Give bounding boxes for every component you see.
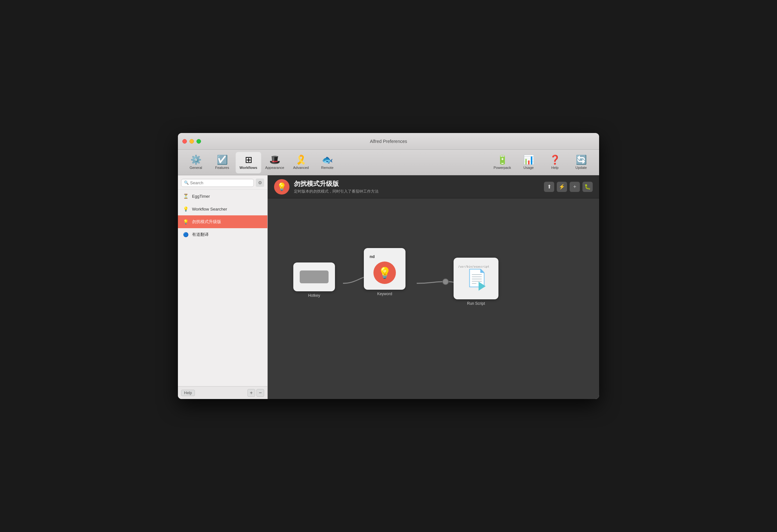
search-input[interactable] [190, 180, 251, 185]
workflows-label: Workflows [239, 166, 257, 169]
add-button[interactable]: ＋ [570, 182, 580, 192]
toolbar-item-appearance[interactable]: 🎩 Appearance [262, 152, 288, 173]
window-title: Alfred Preferences [370, 139, 407, 144]
remote-icon: 🐟 [322, 155, 333, 164]
workflow-item-searcher[interactable]: 💡 Workflow Searcher [178, 203, 267, 215]
general-icon: ⚙️ [190, 155, 202, 164]
appearance-icon: 🎩 [269, 155, 281, 164]
script-path-label: /usr/bin/osascript [457, 265, 489, 268]
export-button[interactable]: ⬆ [544, 182, 554, 192]
youdao-name: 有道翻译 [192, 232, 209, 238]
features-label: Features [215, 166, 229, 169]
connections-svg [268, 198, 599, 399]
traffic-lights [183, 139, 201, 144]
help-label: Help [551, 166, 559, 169]
settings-gear-button[interactable]: ⚙ [256, 178, 264, 187]
canvas-header-icon: 💡 [274, 179, 290, 194]
canvas-area: 💡 勿扰模式升级版 定时版本的勿扰模式，同时引入了番茄钟工作方法 ⬆ ⚡ ＋ 🐛 [268, 175, 599, 399]
powerpack-icon: 🔋 [497, 155, 508, 164]
keyword-icon-circle: 💡 [373, 262, 396, 284]
update-icon: 🔄 [576, 155, 587, 164]
toolbar-item-general[interactable]: ⚙️ General [183, 152, 209, 173]
focus-icon: 💡 [182, 218, 190, 226]
searcher-name: Workflow Searcher [192, 207, 227, 212]
workflow-canvas[interactable]: Hotkey nd 💡 Keyword /usr/bin/osascript [268, 198, 599, 399]
toolbar-item-update[interactable]: 🔄 Update [568, 152, 594, 173]
workflows-icon: ⊞ [245, 155, 252, 164]
workflow-item-eggtimer[interactable]: ⏳ EggTimer [178, 190, 267, 203]
focus-name: 勿扰模式升级版 [192, 219, 221, 225]
canvas-header-actions: ⬆ ⚡ ＋ 🐛 [544, 182, 593, 192]
canvas-header-info: 勿扰模式升级版 定时版本的勿扰模式，同时引入了番茄钟工作方法 [294, 179, 540, 194]
add-workflow-button[interactable]: + [247, 389, 255, 397]
search-icon: 🔍 [184, 180, 189, 185]
hotkey-key-display [300, 270, 329, 283]
usage-label: Usage [524, 166, 534, 169]
debug-button[interactable]: ⚡ [557, 182, 567, 192]
hotkey-node-box [293, 262, 335, 291]
search-bar: 🔍 ⚙ [178, 175, 267, 190]
powerpack-label: Powerpack [493, 166, 511, 169]
script-icon-wrapper: 📄 [466, 270, 485, 292]
script-node[interactable]: /usr/bin/osascript 📄 Run Script [454, 258, 498, 306]
workflow-item-youdao[interactable]: 🔵 有道翻译 [178, 228, 267, 241]
help-button[interactable]: Help [181, 390, 195, 396]
keyword-node-label: Keyword [377, 292, 393, 296]
appearance-label: Appearance [265, 166, 284, 169]
features-icon: ☑️ [217, 155, 228, 164]
canvas-header: 💡 勿扰模式升级版 定时版本的勿扰模式，同时引入了番茄钟工作方法 ⬆ ⚡ ＋ 🐛 [268, 175, 599, 198]
toolbar-item-usage[interactable]: 📊 Usage [516, 152, 541, 173]
toolbar-right: 🔋 Powerpack 📊 Usage ❓ Help 🔄 Update [489, 152, 594, 173]
keyword-node-top-label: nd [367, 254, 375, 259]
script-node-box: /usr/bin/osascript 📄 [454, 258, 498, 299]
canvas-subtitle: 定时版本的勿扰模式，同时引入了番茄钟工作方法 [294, 189, 540, 194]
advanced-label: Advanced [293, 166, 309, 169]
general-label: General [190, 166, 202, 169]
remove-workflow-button[interactable]: − [256, 389, 264, 397]
canvas-title: 勿扰模式升级版 [294, 179, 540, 188]
script-node-label: Run Script [467, 301, 485, 306]
toolbar-item-features[interactable]: ☑️ Features [209, 152, 235, 173]
toolbar-item-remote[interactable]: 🐟 Remote [315, 152, 340, 173]
main-content: 🔍 ⚙ ⏳ EggTimer 💡 Workflow Searcher 💡 勿扰模… [178, 175, 599, 399]
toolbar: ⚙️ General ☑️ Features ⊞ Workflows 🎩 App… [178, 150, 599, 175]
toolbar-item-advanced[interactable]: 🎗️ Advanced [288, 152, 314, 173]
workflow-item-focus[interactable]: 💡 勿扰模式升级版 [178, 215, 267, 228]
toolbar-item-help[interactable]: ❓ Help [542, 152, 568, 173]
remote-label: Remote [321, 166, 334, 169]
workflow-list: ⏳ EggTimer 💡 Workflow Searcher 💡 勿扰模式升级版… [178, 190, 267, 386]
sidebar: 🔍 ⚙ ⏳ EggTimer 💡 Workflow Searcher 💡 勿扰模… [178, 175, 268, 399]
toolbar-item-powerpack[interactable]: 🔋 Powerpack [489, 152, 515, 173]
eggtimer-icon: ⏳ [182, 192, 190, 200]
titlebar: Alfred Preferences [178, 133, 599, 150]
usage-icon: 📊 [523, 155, 534, 164]
youdao-icon: 🔵 [182, 231, 190, 239]
keyword-node[interactable]: nd 💡 Keyword [364, 248, 406, 296]
search-input-wrapper[interactable]: 🔍 [181, 179, 254, 187]
script-play-icon [478, 282, 485, 291]
minimize-button[interactable] [190, 139, 194, 144]
toolbar-left: ⚙️ General ☑️ Features ⊞ Workflows 🎩 App… [183, 152, 340, 173]
main-window: Alfred Preferences ⚙️ General ☑️ Feature… [178, 133, 599, 399]
advanced-icon: 🎗️ [296, 155, 307, 164]
keyword-node-box: nd 💡 [364, 248, 406, 290]
hotkey-node[interactable]: Hotkey [293, 262, 335, 298]
searcher-icon: 💡 [182, 205, 190, 213]
toolbar-item-workflows[interactable]: ⊞ Workflows [236, 152, 261, 173]
svg-point-0 [443, 279, 448, 285]
help-icon: ❓ [549, 155, 561, 164]
maximize-button[interactable] [197, 139, 201, 144]
update-label: Update [575, 166, 587, 169]
bug-button[interactable]: 🐛 [582, 182, 593, 192]
close-button[interactable] [183, 139, 187, 144]
sidebar-footer: Help + − [178, 386, 267, 399]
eggtimer-name: EggTimer [192, 194, 210, 199]
hotkey-node-label: Hotkey [308, 293, 320, 298]
